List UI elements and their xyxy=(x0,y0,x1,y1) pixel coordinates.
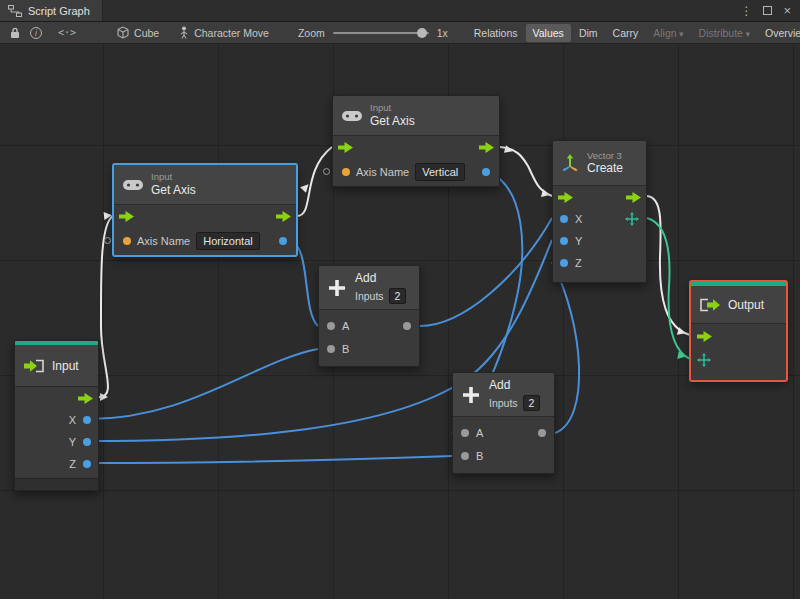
zoom-label: Zoom xyxy=(298,27,325,39)
z-output-port[interactable] xyxy=(83,460,91,468)
breadcrumb-graph-label: Character Move xyxy=(194,27,269,39)
wire-addtop-sum-to-vector3-x[interactable] xyxy=(420,218,552,326)
port-b-label: B xyxy=(342,343,349,355)
distribute-dropdown[interactable]: Distribute xyxy=(692,24,757,42)
control-out-port[interactable] xyxy=(78,393,93,404)
axis-value-output-port[interactable] xyxy=(482,168,490,176)
zoom-slider-handle[interactable] xyxy=(417,28,427,38)
node-footer xyxy=(15,478,98,490)
values-button[interactable]: Values xyxy=(526,24,571,42)
breadcrumb-object-label: Cube xyxy=(134,27,159,39)
graph-input-icon xyxy=(23,359,45,373)
x-label: X xyxy=(575,213,582,225)
node-title: Create xyxy=(587,161,623,176)
inputs-label: Inputs xyxy=(489,397,518,409)
port-a-input[interactable] xyxy=(327,322,335,330)
tab-script-graph[interactable]: Script Graph xyxy=(0,0,103,21)
z-label: Z xyxy=(575,257,582,269)
x-label: X xyxy=(69,414,76,426)
wire-control-horizontal-to-vertical[interactable] xyxy=(297,147,332,216)
y-input-port[interactable] xyxy=(560,237,568,245)
node-title: Add xyxy=(355,271,406,286)
script-graph-icon xyxy=(8,5,22,17)
axis-name-field[interactable]: Vertical xyxy=(415,163,465,181)
y-output-port[interactable] xyxy=(83,438,91,446)
control-in-port[interactable] xyxy=(338,142,353,153)
node-graph-input[interactable]: Input X Y Z xyxy=(14,340,99,491)
port-b-input[interactable] xyxy=(461,452,469,460)
unconnected-port-ring xyxy=(323,168,330,175)
node-vector3-create[interactable]: Vector 3 Create X Y xyxy=(552,140,647,283)
control-in-port[interactable] xyxy=(558,192,573,203)
control-out-port[interactable] xyxy=(626,192,641,203)
port-b-input[interactable] xyxy=(327,345,335,353)
zoom-slider[interactable] xyxy=(333,32,429,34)
gamepad-icon xyxy=(342,110,362,122)
dim-button[interactable]: Dim xyxy=(572,24,605,42)
node-get-axis-horizontal[interactable]: Input Get Axis Axis Name Horizontal xyxy=(113,164,297,256)
axis-name-label: Axis Name xyxy=(356,166,409,178)
port-a-input[interactable] xyxy=(461,429,469,437)
breadcrumb-graph-button[interactable]: Character Move xyxy=(172,24,276,41)
window-tab-bar: Script Graph xyxy=(0,0,800,22)
axis-name-input-port[interactable] xyxy=(123,237,131,245)
axis-value-output-port[interactable] xyxy=(279,237,287,245)
z-input-port[interactable] xyxy=(560,259,568,267)
y-label: Y xyxy=(575,235,582,247)
carry-button[interactable]: Carry xyxy=(606,24,646,42)
graph-canvas[interactable]: Input Get Axis Axis Name Vertical xyxy=(0,44,800,599)
graph-toolbar: Cube Character Move Zoom 1x Relations Va… xyxy=(0,22,800,44)
wire-inputz-to-addbottom-b[interactable] xyxy=(89,456,452,463)
node-title: Get Axis xyxy=(370,114,415,129)
sum-output-port[interactable] xyxy=(538,429,546,437)
breadcrumb: Cube Character Move xyxy=(110,24,276,41)
axis-name-field[interactable]: Horizontal xyxy=(196,232,260,250)
plus-icon xyxy=(327,278,347,298)
node-category: Input xyxy=(370,102,415,114)
wire-vector3-to-output-value[interactable] xyxy=(647,218,690,359)
port-a-label: A xyxy=(476,427,483,439)
plus-icon xyxy=(461,385,481,405)
cube-icon xyxy=(117,26,129,39)
relations-button[interactable]: Relations xyxy=(467,24,525,42)
control-in-port[interactable] xyxy=(697,331,712,342)
port-a-label: A xyxy=(342,320,349,332)
code-icon[interactable] xyxy=(58,27,76,38)
overview-button[interactable]: Overview xyxy=(758,24,800,42)
inputs-count-field[interactable]: 2 xyxy=(389,288,407,304)
maximize-icon[interactable] xyxy=(763,6,772,15)
close-icon[interactable] xyxy=(783,3,791,18)
wire-inputx-to-addtop-b[interactable] xyxy=(89,349,318,419)
node-get-axis-vertical[interactable]: Input Get Axis Axis Name Vertical xyxy=(332,95,500,187)
node-title: Get Axis xyxy=(151,183,196,198)
node-category: Vector 3 xyxy=(587,150,623,162)
x-input-port[interactable] xyxy=(560,215,568,223)
vector3-icon xyxy=(561,154,579,172)
control-in-port[interactable] xyxy=(119,211,134,222)
vector3-input-port[interactable] xyxy=(697,353,711,367)
node-graph-output[interactable]: Output xyxy=(690,281,787,381)
wire-addbottom-sum-to-vector3-z[interactable] xyxy=(552,262,579,433)
sum-output-port[interactable] xyxy=(403,322,411,330)
node-title: Output xyxy=(728,298,764,312)
kebab-menu-icon[interactable] xyxy=(740,4,752,18)
gamepad-icon xyxy=(123,179,143,191)
inputs-count-field[interactable]: 2 xyxy=(523,395,541,411)
node-add-bottom[interactable]: Add Inputs 2 A B xyxy=(452,372,555,474)
control-out-port[interactable] xyxy=(276,211,291,222)
port-b-label: B xyxy=(476,450,483,462)
breadcrumb-object-button[interactable]: Cube xyxy=(110,24,166,41)
axis-name-input-port[interactable] xyxy=(342,168,350,176)
y-label: Y xyxy=(69,436,76,448)
x-output-port[interactable] xyxy=(83,416,91,424)
vector3-output-port[interactable] xyxy=(625,212,639,226)
lock-icon[interactable] xyxy=(10,27,20,39)
align-dropdown[interactable]: Align xyxy=(646,24,690,42)
node-title: Input xyxy=(52,359,79,373)
info-icon[interactable] xyxy=(30,27,42,39)
tab-title: Script Graph xyxy=(28,5,90,17)
character-icon xyxy=(179,26,189,39)
node-add-top[interactable]: Add Inputs 2 A B xyxy=(318,265,420,367)
unconnected-port-ring xyxy=(104,237,111,244)
control-out-port[interactable] xyxy=(479,142,494,153)
